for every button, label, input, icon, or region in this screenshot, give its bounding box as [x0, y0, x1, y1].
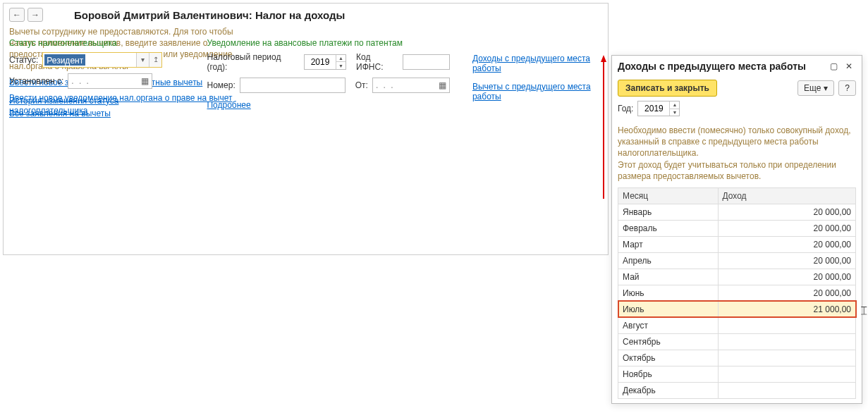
income-cell[interactable]: 20 000,00	[718, 269, 855, 285]
link-more-details[interactable]: Подробнее	[207, 99, 250, 111]
table-row[interactable]: Июль21 000,00	[618, 301, 856, 317]
text-cursor-icon: ⌶	[861, 304, 867, 316]
link-deductions-prev-job[interactable]: Вычеты с предыдущего места работы	[472, 80, 602, 103]
dialog-hint: Необходимо ввести (помесячно) только сов…	[612, 122, 862, 187]
month-cell[interactable]: Октябрь	[618, 350, 719, 366]
month-cell[interactable]: Июль	[618, 301, 719, 317]
income-cell[interactable]	[718, 350, 855, 366]
month-cell[interactable]: Февраль	[618, 220, 719, 236]
income-cell[interactable]	[718, 382, 855, 398]
year-input[interactable]: ▲▼	[637, 101, 680, 116]
status-dropdown-icon[interactable]: ▾	[136, 53, 149, 67]
income-cell[interactable]	[718, 317, 855, 333]
status-date-label: Установлен с:	[9, 76, 63, 86]
number-label: Номер:	[207, 80, 235, 90]
year-spinner[interactable]: ▲▼	[669, 101, 679, 116]
main-panel: ← → Боровой Дмитрий Валентинович: Налог …	[3, 3, 609, 255]
table-row[interactable]: Июнь20 000,00	[618, 285, 856, 301]
calendar-icon[interactable]: ▦	[141, 76, 149, 86]
nav-bar: ← → Боровой Дмитрий Валентинович: Налог …	[4, 4, 608, 25]
table-row[interactable]: Декабрь	[618, 382, 856, 398]
ifns-label: Код ИФНС:	[356, 52, 398, 72]
month-cell[interactable]: Декабрь	[618, 382, 719, 398]
number-input[interactable]	[240, 78, 346, 93]
prev-job-links: Доходы с предыдущего места работы Вычеты…	[472, 38, 602, 117]
income-cell[interactable]: 20 000,00	[718, 252, 855, 269]
ifns-input[interactable]	[403, 54, 450, 70]
income-cell[interactable]: 20 000,00	[718, 220, 855, 236]
close-icon[interactable]: ✕	[842, 60, 856, 73]
tax-period-spinner[interactable]: ▲▼	[336, 55, 346, 69]
status-value: Резидент	[44, 54, 85, 66]
table-row[interactable]: Февраль20 000,00	[618, 220, 856, 236]
status-open-icon[interactable]: ↥	[149, 53, 161, 67]
more-button[interactable]: Еще▾	[797, 80, 834, 96]
spacer-header	[472, 38, 602, 48]
income-cell[interactable]	[718, 366, 855, 382]
table-row[interactable]: Сентябрь	[618, 333, 856, 350]
status-label: Статус:	[9, 55, 38, 65]
table-row[interactable]: Август	[618, 317, 856, 333]
status-date-value: . . .	[71, 76, 90, 86]
tax-period-value[interactable]	[305, 55, 336, 69]
nav-back-button[interactable]: ←	[9, 8, 25, 22]
link-income-prev-job[interactable]: Доходы с предыдущего места работы	[472, 52, 602, 75]
calendar-icon[interactable]: ▦	[439, 80, 446, 90]
income-cell[interactable]: 20 000,00	[718, 236, 855, 252]
month-cell[interactable]: Январь	[618, 204, 719, 220]
month-cell[interactable]: Март	[618, 236, 719, 252]
hint-line-1: Необходимо ввести (помесячно) только сов…	[618, 125, 856, 159]
help-button[interactable]: ?	[838, 80, 856, 96]
year-value[interactable]	[638, 101, 669, 116]
col-month[interactable]: Месяц	[618, 187, 719, 204]
col-income[interactable]: Доход	[718, 187, 855, 204]
from-date-input[interactable]: . . . ▦	[372, 78, 450, 93]
tax-period-label: Налоговый период (год):	[207, 52, 300, 72]
income-cell[interactable]: 20 000,00	[718, 204, 855, 220]
month-cell[interactable]: Август	[618, 317, 719, 333]
taxpayer-status-section: Статус налогоплательщика Статус: Резиден…	[9, 38, 184, 117]
month-cell[interactable]: Май	[618, 269, 719, 285]
nav-forward-button[interactable]: →	[27, 8, 43, 22]
status-date-input[interactable]: . . . ▦	[68, 73, 152, 89]
chevron-down-icon: ▾	[824, 83, 828, 93]
month-cell[interactable]: Сентябрь	[618, 333, 719, 350]
income-cell[interactable]: 20 000,00	[718, 285, 855, 301]
dialog-title: Доходы с предыдущего места работы	[618, 61, 825, 72]
month-cell[interactable]: Апрель	[618, 252, 719, 269]
link-status-history[interactable]: История изменения статуса налогоплательщ…	[9, 94, 184, 117]
page-title: Боровой Дмитрий Валентинович: Налог на д…	[74, 9, 345, 21]
income-table[interactable]: Месяц Доход Январь20 000,00Февраль20 000…	[618, 187, 856, 399]
table-row[interactable]: Октябрь	[618, 350, 856, 366]
patents-header: Уведомление на авансовые платежи по пате…	[207, 38, 449, 48]
table-row[interactable]: Май20 000,00	[618, 269, 856, 285]
income-cell[interactable]: 21 000,00	[718, 301, 855, 317]
taxpayer-status-header: Статус налогоплательщика	[9, 38, 184, 48]
status-field[interactable]: Резидент ▾ ↥	[42, 52, 162, 68]
income-prev-job-dialog: Доходы с предыдущего места работы ▢ ✕ За…	[611, 55, 862, 404]
more-label: Еще	[804, 83, 821, 93]
maximize-icon[interactable]: ▢	[826, 60, 841, 73]
month-cell[interactable]: Ноябрь	[618, 366, 719, 382]
from-date-value: . . .	[376, 80, 395, 90]
year-label: Год:	[618, 104, 633, 113]
from-label: От:	[355, 80, 368, 90]
hint-line-2: Этот доход будет учитываться только при …	[618, 159, 856, 182]
tax-period-input[interactable]: ▲▼	[304, 54, 346, 70]
table-row[interactable]: Ноябрь	[618, 366, 856, 382]
month-cell[interactable]: Июнь	[618, 285, 719, 301]
patents-section: Уведомление на авансовые платежи по пате…	[207, 38, 449, 117]
save-and-close-button[interactable]: Записать и закрыть	[618, 80, 717, 97]
table-row[interactable]: Январь20 000,00	[618, 204, 856, 220]
income-cell[interactable]	[718, 333, 855, 350]
table-row[interactable]: Апрель20 000,00	[618, 252, 856, 269]
table-row[interactable]: Март20 000,00	[618, 236, 856, 252]
